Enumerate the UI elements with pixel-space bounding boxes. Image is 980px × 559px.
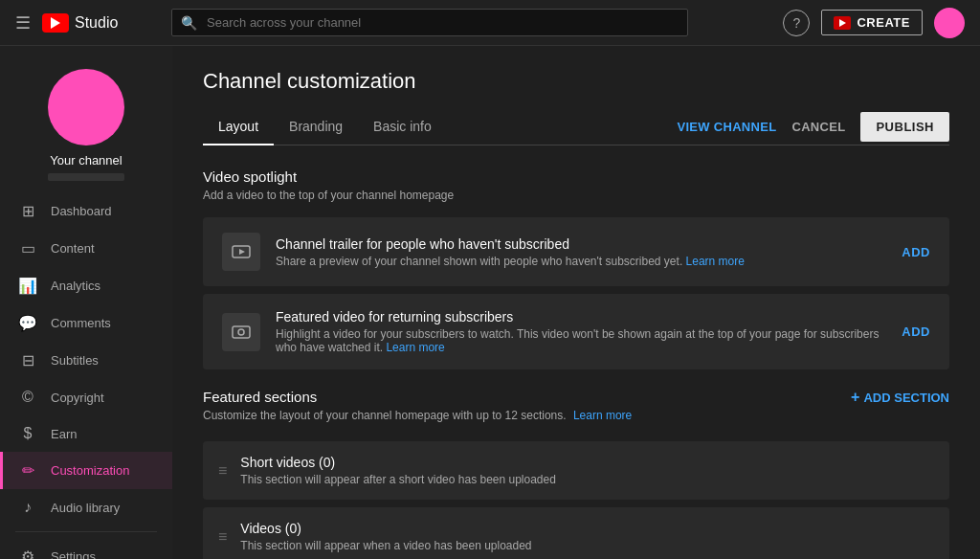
sidebar-item-copyright[interactable]: © Copyright [0,379,172,415]
tabs-list: Layout Branding Basic info [203,109,677,145]
videos-title: Videos (0) [240,521,934,536]
short-videos-desc: This section will appear after a short v… [240,473,934,486]
featured-sections-learn-more[interactable]: Learn more [573,409,632,422]
sidebar-item-audio-library[interactable]: ♪ Audio library [0,489,172,525]
channel-trailer-title: Channel trailer for people who haven't s… [276,236,886,252]
channel-trailer-add-button[interactable]: ADD [902,245,930,259]
comments-icon: 💬 [18,314,37,332]
featured-sections-left: Featured sections Customize the layout o… [203,389,632,437]
section-item-videos: ≡ Videos (0) This section will appear wh… [203,507,949,559]
search-input[interactable] [171,9,688,36]
main-layout: Your channel ⊞ Dashboard ▭ Content 📊 Ana… [0,46,980,559]
featured-video-text: Featured video for returning subscribers… [276,309,886,354]
sidebar-divider [15,531,157,532]
header-right: ? CREATE [783,8,964,38]
featured-video-title: Featured video for returning subscribers [276,309,886,324]
sidebar-item-subtitles[interactable]: ⊟ Subtitles [0,342,172,379]
tab-layout[interactable]: Layout [203,109,274,145]
page-title: Channel customization [203,69,949,94]
tab-branding[interactable]: Branding [274,109,358,145]
sidebar-item-comments[interactable]: 💬 Comments [0,304,172,342]
help-icon: ? [793,15,801,31]
audio-library-icon: ♪ [18,499,37,516]
create-button[interactable]: CREATE [821,10,922,35]
add-section-button[interactable]: + ADD SECTION [851,389,949,406]
search-icon: 🔍 [181,15,197,31]
subtitles-icon: ⊟ [18,351,37,369]
section-item-videos-text: Videos (0) This section will appear when… [240,521,934,552]
sidebar-item-content[interactable]: ▭ Content [0,230,172,267]
dashboard-icon: ⊞ [18,202,37,220]
search-area: 🔍 [171,9,688,36]
settings-icon: ⚙ [18,548,37,559]
channel-trailer-text: Channel trailer for people who haven't s… [276,236,886,268]
section-item-short-videos-text: Short videos (0) This section will appea… [240,455,934,486]
header: ☰ Studio 🔍 ? CREATE [0,0,980,46]
tab-basic-info[interactable]: Basic info [358,109,447,145]
avatar[interactable] [934,8,965,38]
sidebar-nav: ⊞ Dashboard ▭ Content 📊 Analytics 💬 Comm… [0,192,172,559]
earn-icon: $ [18,425,37,442]
logo-area: Studio [42,13,118,33]
featured-video-add-button[interactable]: ADD [902,324,930,339]
channel-name: Your channel [50,153,122,168]
section-item-short-videos: ≡ Short videos (0) This section will app… [203,441,949,500]
videos-desc: This section will appear when a video ha… [240,539,934,552]
youtube-logo [42,13,69,33]
drag-handle-icon-2[interactable]: ≡ [218,528,227,546]
plus-icon: + [851,389,859,406]
sidebar-item-dashboard[interactable]: ⊞ Dashboard [0,192,172,230]
create-play-icon [839,19,846,27]
channel-info: Your channel [0,54,172,192]
short-videos-title: Short videos (0) [240,455,934,470]
channel-trailer-icon [222,233,260,271]
featured-video-desc: Highlight a video for your subscribers t… [276,327,886,354]
help-button[interactable]: ? [783,10,810,36]
analytics-icon: 📊 [18,277,37,295]
tabs-row: Layout Branding Basic info VIEW CHANNEL … [203,109,949,145]
sidebar-item-customization[interactable]: ✏ Customization [0,452,172,489]
customization-icon: ✏ [18,461,37,480]
studio-label: Studio [75,14,118,32]
cancel-button[interactable]: CANCEL [791,120,845,134]
view-channel-button[interactable]: VIEW CHANNEL [677,120,776,134]
channel-trailer-desc: Share a preview of your channel shown wi… [276,255,886,268]
channel-trailer-card: Channel trailer for people who haven't s… [203,217,949,286]
featured-sections-subtitle: Customize the layout of your channel hom… [203,409,632,422]
publish-button[interactable]: PUBLISH [860,112,949,142]
sidebar-item-analytics[interactable]: 📊 Analytics [0,267,172,304]
menu-icon[interactable]: ☰ [15,12,31,34]
featured-video-card: Featured video for returning subscribers… [203,294,949,369]
svg-marker-1 [239,249,245,255]
featured-sections-title: Featured sections [203,389,632,405]
featured-sections-header: Featured sections Customize the layout o… [203,389,949,437]
svg-point-3 [238,329,244,335]
sidebar-avatar[interactable] [48,69,124,145]
sidebar-item-settings[interactable]: ⚙ Settings [0,538,172,559]
sidebar-item-earn[interactable]: $ Earn [0,415,172,452]
video-spotlight-section: Video spotlight Add a video to the top o… [203,168,949,369]
tabs-actions: VIEW CHANNEL CANCEL PUBLISH [677,112,949,142]
copyright-icon: © [18,389,37,406]
channel-bar [48,173,124,181]
create-icon [834,16,851,30]
sidebar: Your channel ⊞ Dashboard ▭ Content 📊 Ana… [0,46,172,559]
video-spotlight-subtitle: Add a video to the top of your channel h… [203,189,949,202]
content-area: Channel customization Layout Branding Ba… [172,46,980,559]
featured-video-learn-more[interactable]: Learn more [386,341,444,354]
featured-video-icon [222,313,260,351]
video-spotlight-title: Video spotlight [203,168,949,185]
svg-rect-2 [233,326,250,338]
drag-handle-icon[interactable]: ≡ [218,462,227,480]
content-icon: ▭ [18,239,37,257]
youtube-play-icon [51,17,60,29]
channel-trailer-learn-more[interactable]: Learn more [686,255,745,268]
featured-sections-section: Featured sections Customize the layout o… [203,389,949,559]
